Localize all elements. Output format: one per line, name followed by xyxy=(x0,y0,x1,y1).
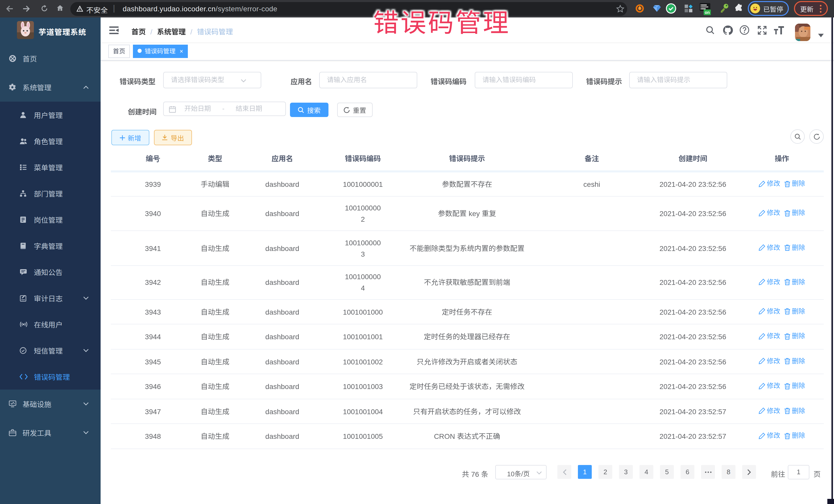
svg-text:on: on xyxy=(705,10,710,15)
